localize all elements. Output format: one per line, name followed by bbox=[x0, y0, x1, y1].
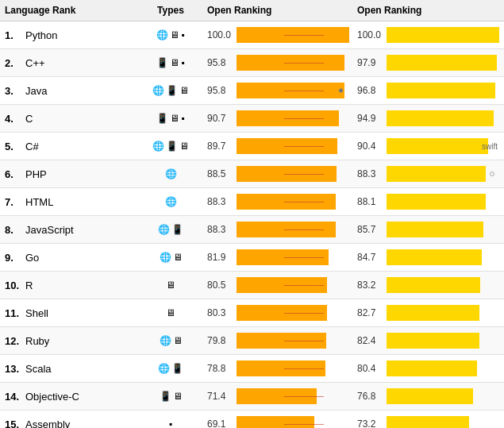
chip-icon: ▪ bbox=[181, 29, 184, 40]
bar1-value: 80.5 bbox=[207, 280, 233, 291]
bar2-wrap bbox=[387, 194, 499, 210]
bar1-value: 95.8 bbox=[207, 57, 233, 68]
cell-bar2: 88.1 bbox=[349, 194, 504, 210]
bar2-wrap bbox=[387, 333, 499, 349]
bar2-fill bbox=[387, 361, 477, 376]
bar2-value: 76.8 bbox=[357, 391, 383, 402]
cell-bar2: 94.9 bbox=[349, 110, 504, 126]
language-name: Objective-C bbox=[25, 391, 79, 403]
bar2-fill bbox=[387, 194, 486, 210]
swift-label: swift bbox=[482, 142, 498, 151]
cell-bar1: 95.8 bbox=[202, 55, 349, 71]
bar1-fill bbox=[237, 138, 337, 154]
table-row: 13. Scala 🌐📱 78.8 80.4 bbox=[0, 355, 504, 383]
cell-types: 🌐 bbox=[139, 196, 202, 207]
globe-icon: 🌐 bbox=[156, 29, 168, 40]
bar2-fill bbox=[387, 277, 480, 293]
bar1-fill bbox=[237, 55, 344, 71]
bar1-wrap bbox=[237, 194, 349, 210]
rank-number: 13. bbox=[5, 363, 22, 375]
cell-bar2: 100.0 bbox=[349, 27, 504, 43]
rank-number: 5. bbox=[5, 141, 22, 152]
monitor-icon: 🖥 bbox=[170, 57, 179, 68]
cell-bar2: 83.2 bbox=[349, 277, 504, 293]
bar1-value: 80.3 bbox=[207, 307, 233, 318]
cell-types: 📱🖥 bbox=[139, 391, 202, 402]
bar2-value: 88.3 bbox=[357, 168, 383, 179]
rank-number: 8. bbox=[5, 224, 22, 236]
rank-number: 10. bbox=[5, 280, 22, 291]
phone-icon: 📱 bbox=[160, 391, 171, 402]
monitor-icon: 🖥 bbox=[166, 280, 175, 291]
cell-types: 📱🖥▪ bbox=[139, 57, 202, 68]
cell-types: 📱🖥▪ bbox=[139, 113, 202, 124]
language-name: Scala bbox=[25, 363, 52, 375]
table-row: 14. Objective-C 📱🖥 71.4 76.8 bbox=[0, 383, 504, 411]
rank-number: 1. bbox=[5, 29, 22, 41]
bar2-wrap bbox=[387, 222, 499, 237]
bar1-fill bbox=[237, 27, 349, 43]
language-name: C bbox=[25, 113, 33, 125]
table-row: 12. Ruby 🌐🖥 79.8 82.4 bbox=[0, 327, 504, 355]
table-header: Language Rank Types Open Ranking Open Ra… bbox=[0, 0, 504, 21]
rank-number: 14. bbox=[5, 391, 22, 403]
bar2-value: 83.2 bbox=[357, 280, 383, 291]
cell-types: 🌐📱 bbox=[139, 224, 202, 235]
globe-icon: 🌐 bbox=[165, 168, 177, 179]
table-row: 15. Assembly ▪ 69.1 73.2 bbox=[0, 411, 504, 428]
table-row: 2. C++ 📱🖥▪ 95.8 97.9 bbox=[0, 49, 504, 77]
cell-bar2: 84.7 bbox=[349, 249, 504, 265]
bar2-wrap bbox=[387, 55, 499, 71]
bar1-wrap bbox=[237, 27, 349, 43]
cell-types: 🖥 bbox=[139, 307, 202, 318]
monitor-icon: 🖥 bbox=[166, 307, 175, 318]
cell-rank: 5. C# bbox=[0, 141, 139, 152]
cell-bar2: 85.7 bbox=[349, 222, 504, 237]
bar1-fill bbox=[237, 222, 336, 237]
bar1-fill bbox=[237, 166, 337, 182]
bar2-value: 94.9 bbox=[357, 113, 383, 124]
language-name: Go bbox=[25, 252, 39, 264]
bar2-fill bbox=[387, 305, 479, 321]
language-name: C++ bbox=[25, 57, 45, 69]
language-name: Ruby bbox=[25, 335, 49, 347]
cell-bar1: 90.7 bbox=[202, 110, 349, 126]
cell-types: 🌐🖥 bbox=[139, 335, 202, 346]
cell-types: 🌐🖥 bbox=[139, 252, 202, 263]
cell-rank: 15. Assembly bbox=[0, 418, 139, 429]
phone-icon: 📱 bbox=[156, 57, 168, 68]
bar2-value: 80.4 bbox=[357, 363, 383, 374]
bar1-value: 69.1 bbox=[207, 418, 233, 428]
cell-types: 🌐📱🖥 bbox=[139, 85, 202, 96]
bar1-wrap bbox=[237, 166, 349, 182]
bar1-wrap bbox=[237, 138, 349, 154]
phone-icon: 📱 bbox=[171, 224, 183, 235]
cell-rank: 3. Java bbox=[0, 85, 139, 97]
cell-bar1: 100.0 bbox=[202, 27, 349, 43]
cell-bar2: 82.7 bbox=[349, 305, 504, 321]
cell-rank: 12. Ruby bbox=[0, 335, 139, 347]
bar2-wrap bbox=[387, 416, 499, 428]
globe-icon: 🌐 bbox=[152, 85, 164, 96]
rank-number: 7. bbox=[5, 196, 22, 208]
bar1-fill bbox=[237, 277, 327, 293]
table-row: 8. JavaScript 🌐📱 88.3 85.7 bbox=[0, 216, 504, 244]
phone-icon: 📱 bbox=[171, 363, 183, 374]
bar1-wrap bbox=[237, 55, 349, 71]
cell-bar1: 78.8 bbox=[202, 361, 349, 376]
cell-types: 🌐🖥▪ bbox=[139, 29, 202, 40]
language-name: Java bbox=[25, 85, 47, 97]
bar1-wrap bbox=[237, 277, 349, 293]
cell-types: 🖥 bbox=[139, 280, 202, 291]
cell-bar1: 71.4 bbox=[202, 388, 349, 404]
cell-types: 🌐 bbox=[139, 168, 202, 179]
bar2-value: 73.2 bbox=[357, 418, 383, 428]
bar2-value: 90.4 bbox=[357, 141, 383, 152]
chip-icon: ▪ bbox=[181, 113, 184, 124]
bar2-fill bbox=[387, 110, 494, 126]
table-row: 6. PHP 🌐 88.5 88.3 bbox=[0, 160, 504, 188]
bar1-value: 88.3 bbox=[207, 224, 233, 235]
bar1-fill bbox=[237, 388, 317, 404]
cell-rank: 10. R bbox=[0, 280, 139, 291]
main-table: Language Rank Types Open Ranking Open Ra… bbox=[0, 0, 504, 428]
